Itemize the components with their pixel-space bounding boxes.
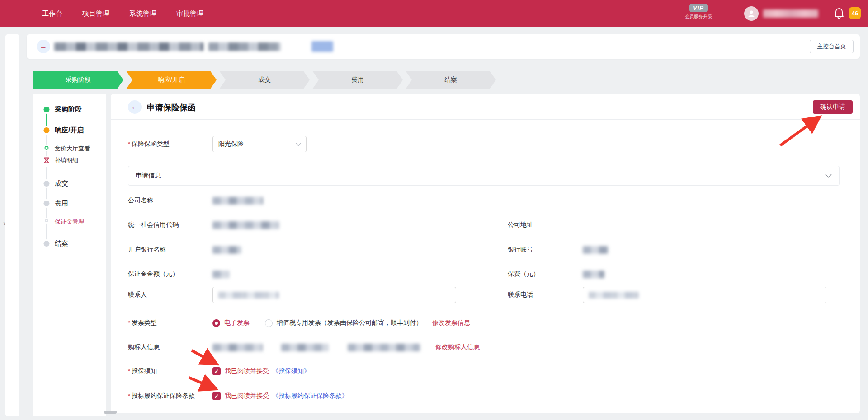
radio-e-invoice[interactable]	[212, 319, 220, 327]
sidebar-item-response-open[interactable]: 响应/开启	[55, 126, 84, 135]
process-stepper: 采购阶段 响应/开启 成交 费用 结案	[33, 71, 496, 89]
radio-vat-invoice[interactable]	[265, 319, 273, 327]
premium-label: 保费（元）	[508, 270, 583, 278]
notice-agree-text: 我已阅读并接受	[225, 367, 269, 375]
nav-item-system-management[interactable]: 系统管理	[129, 9, 156, 18]
notification-badge[interactable]: 46	[849, 7, 861, 19]
user-avatar[interactable]	[744, 6, 759, 21]
terms-doc-link[interactable]: 《投标履约保证保险条款》	[272, 392, 348, 400]
username-redacted	[763, 9, 818, 18]
back-arrow-icon: ←	[40, 42, 47, 51]
sidebar-item-deal[interactable]: 成交	[55, 179, 68, 188]
confirm-apply-button[interactable]: 确认申请	[813, 100, 853, 114]
contact-value-redacted	[218, 292, 279, 299]
radio-vat-invoice-label[interactable]: 增值税专用发票（发票由保险公司邮寄，顺丰到付）	[277, 319, 422, 327]
step-procurement[interactable]: 采购阶段	[33, 71, 123, 89]
project-status-chip-redacted	[311, 41, 333, 52]
side-collapse-strip	[5, 34, 19, 416]
vip-icon: VIP	[689, 4, 708, 12]
notice-doc-link[interactable]: 《投保须知》	[272, 367, 310, 375]
phone-label: 联系电话	[508, 291, 583, 299]
back-arrow-icon: ←	[131, 103, 138, 111]
timeline-connector-green	[46, 113, 47, 127]
sidebar-item-bidding-hall[interactable]: 竞价大厅查看	[55, 145, 90, 153]
sidebar-item-deposit-management[interactable]: 保证金管理	[55, 218, 84, 226]
sidebar-item-procurement[interactable]: 采购阶段	[55, 105, 82, 114]
step-response-open[interactable]: 响应/开启	[126, 71, 217, 89]
company-name-row: 公司名称	[128, 192, 840, 209]
bank-name-label: 开户银行名称	[128, 246, 212, 254]
back-button[interactable]: ←	[37, 40, 50, 53]
deposit-label: 保证金金额（元）	[128, 270, 212, 278]
stage-pending-dot-icon	[44, 241, 50, 247]
stage-active-dot-icon	[44, 127, 50, 133]
invoice-type-label: 发票类型	[128, 319, 212, 327]
stage-pending-dot-icon	[44, 181, 50, 187]
project-header-card: ← 主控台首页	[27, 34, 860, 59]
chevron-down-icon	[295, 142, 302, 146]
apply-info-section-header[interactable]: 申请信息	[128, 166, 840, 186]
expand-panel-chevron-icon[interactable]: ›	[3, 219, 6, 228]
sidebar-item-close[interactable]: 结案	[55, 239, 68, 248]
terms-label: 投标履约保证保险条款	[128, 392, 212, 400]
stage-sidebar: 采购阶段 响应/开启 竞价大厅查看 补填明细 成交 费用 保证金管理 结案	[33, 94, 106, 416]
step-close[interactable]: 结案	[406, 71, 496, 89]
page: 工作台 项目管理 系统管理 审批管理 VIP 会员服务升级 46 › ←	[0, 0, 868, 420]
deposit-row: 保证金金额（元） 保费（元）	[128, 266, 840, 282]
contact-label: 联系人	[128, 291, 212, 299]
guarantee-type-value: 阳光保险	[218, 140, 244, 148]
hourglass-icon	[44, 157, 49, 165]
credit-code-value-redacted	[212, 221, 279, 229]
nav-item-approval-management[interactable]: 审批管理	[176, 9, 203, 18]
bell-icon[interactable]	[834, 8, 844, 19]
panel-back-button[interactable]: ←	[128, 100, 142, 114]
bank-account-label: 银行账号	[508, 246, 583, 254]
step-deal[interactable]: 成交	[219, 71, 310, 89]
credit-code-row: 统一社会信用代码 公司地址	[128, 217, 840, 233]
phone-input[interactable]	[583, 287, 826, 303]
vip-upgrade[interactable]: VIP 会员服务升级	[678, 4, 719, 20]
section-title: 申请信息	[136, 172, 161, 180]
sidebar-item-fill-details[interactable]: 补填明细	[55, 156, 78, 164]
radio-e-invoice-label[interactable]: 电子发票	[224, 319, 250, 327]
check-icon: ✓	[214, 393, 219, 400]
console-home-button[interactable]: 主控台首页	[810, 40, 854, 53]
buyer-id-redacted	[281, 344, 329, 351]
chevron-down-icon	[825, 174, 832, 178]
terms-checkbox[interactable]: ✓	[212, 392, 221, 400]
bank-name-value-redacted	[212, 246, 241, 254]
buyer-info-label: 购标人信息	[128, 343, 212, 351]
nav-menu: 工作台 项目管理 系统管理 审批管理	[42, 9, 203, 18]
deposit-value-redacted	[212, 271, 229, 278]
nav-item-project-management[interactable]: 项目管理	[82, 9, 109, 18]
stage-done-dot-icon	[44, 107, 50, 112]
project-code-redacted	[208, 42, 281, 51]
buyer-name-redacted	[212, 344, 263, 351]
notice-label: 投保须知	[128, 367, 212, 375]
invoice-type-row: 发票类型 电子发票 增值税专用发票（发票由保险公司邮寄，顺丰到付） 修改发票信息	[128, 315, 840, 331]
company-name-value-redacted	[212, 197, 263, 205]
phone-value-redacted	[589, 292, 639, 299]
timeline-connector	[46, 135, 47, 241]
project-title-redacted	[54, 42, 203, 51]
edit-invoice-info-link[interactable]: 修改发票信息	[432, 319, 470, 327]
panel-header: ← 申请保险保函 确认申请	[111, 94, 860, 120]
nav-item-workbench[interactable]: 工作台	[42, 9, 62, 18]
contact-input[interactable]	[212, 287, 456, 303]
credit-code-label: 统一社会信用代码	[128, 221, 212, 229]
substep-done-ring-icon	[45, 146, 49, 150]
sidebar-item-fee[interactable]: 费用	[55, 199, 68, 208]
guarantee-type-select[interactable]: 阳光保险	[212, 136, 307, 152]
company-address-label: 公司地址	[508, 221, 583, 229]
substep-ring-icon	[45, 219, 48, 222]
top-navbar: 工作台 项目管理 系统管理 审批管理 VIP 会员服务升级 46	[0, 0, 868, 27]
buyer-phone-redacted	[348, 344, 420, 351]
bank-name-row: 开户银行名称 银行账号	[128, 242, 840, 258]
edit-buyer-info-link[interactable]: 修改购标人信息	[435, 343, 480, 351]
apply-insurance-panel: ← 申请保险保函 确认申请 保险保函类型 阳光保险 申请信息 公司名称	[111, 94, 860, 413]
person-icon	[747, 9, 755, 18]
step-fee[interactable]: 费用	[312, 71, 403, 89]
horizontal-scrollbar-thumb[interactable]	[104, 411, 117, 414]
company-name-label: 公司名称	[128, 196, 212, 205]
notice-checkbox[interactable]: ✓	[212, 367, 221, 375]
